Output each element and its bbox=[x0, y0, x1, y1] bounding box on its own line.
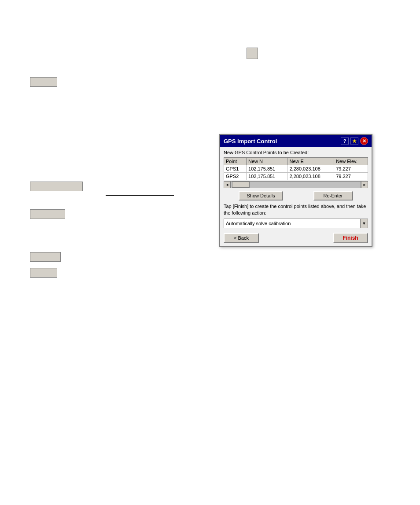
finish-button[interactable]: Finish bbox=[333, 233, 368, 243]
titlebar-icons: ? ★ ✕ bbox=[341, 137, 368, 145]
col-new-n: New N bbox=[247, 158, 287, 165]
cell-point-1: GPS2 bbox=[224, 173, 247, 180]
table-row: GPS1102,175.8512,280,023.10879.227 bbox=[224, 165, 368, 173]
dialog-body: New GPS Control Points to be Created: Po… bbox=[220, 147, 372, 246]
small-square-top bbox=[247, 48, 258, 59]
favorite-icon[interactable]: ★ bbox=[350, 137, 358, 145]
help-icon[interactable]: ? bbox=[341, 137, 349, 145]
dialog-titlebar: GPS Import Control ? ★ ✕ bbox=[220, 135, 372, 147]
underline-decoration bbox=[106, 195, 174, 196]
cell-new_e-0: 2,280,023.108 bbox=[287, 165, 334, 173]
button-small-2[interactable] bbox=[30, 252, 61, 262]
scroll-track[interactable] bbox=[231, 181, 361, 188]
cell-point-0: GPS1 bbox=[224, 165, 247, 173]
back-button[interactable]: < Back bbox=[224, 233, 259, 243]
col-point: Point bbox=[224, 158, 247, 165]
button-small-1[interactable] bbox=[30, 209, 65, 219]
calibration-dropdown[interactable]: Automatically solve calibration Do nothi… bbox=[224, 219, 361, 228]
button-midleft[interactable] bbox=[30, 182, 83, 191]
action-buttons-row: Show Details Re-Enter bbox=[224, 191, 368, 201]
close-icon[interactable]: ✕ bbox=[360, 137, 368, 145]
cell-new_n-1: 102,175.851 bbox=[247, 173, 287, 180]
button-small-3[interactable] bbox=[30, 268, 57, 278]
scroll-thumb[interactable] bbox=[232, 182, 250, 188]
gps-table: Point New N New E New Elev. GPS1102,175.… bbox=[224, 157, 368, 180]
dialog-subtitle: New GPS Control Points to be Created: bbox=[224, 150, 368, 155]
scroll-left-arrow[interactable]: ◄ bbox=[224, 181, 231, 188]
col-new-e: New E bbox=[287, 158, 334, 165]
table-row: GPS2102,175.8512,280,023.10879.227 bbox=[224, 173, 368, 180]
dialog-title: GPS Import Control bbox=[224, 138, 341, 145]
dropdown-row: Automatically solve calibration Do nothi… bbox=[224, 219, 368, 228]
col-new-elev: New Elev. bbox=[334, 158, 368, 165]
button-topleft[interactable] bbox=[30, 77, 57, 87]
bottom-buttons-row: < Back Finish bbox=[224, 231, 368, 243]
cell-new_elev-1: 79.227 bbox=[334, 173, 368, 180]
cell-new_n-0: 102,175.851 bbox=[247, 165, 287, 173]
cell-new_elev-0: 79.227 bbox=[334, 165, 368, 173]
cell-new_e-1: 2,280,023.108 bbox=[287, 173, 334, 180]
info-text: Tap [Finish] to create the control point… bbox=[224, 203, 368, 217]
re-enter-button[interactable]: Re-Enter bbox=[313, 191, 353, 201]
show-details-button[interactable]: Show Details bbox=[239, 191, 283, 201]
dropdown-arrow[interactable]: ▼ bbox=[360, 219, 368, 228]
horizontal-scrollbar[interactable]: ◄ ► bbox=[224, 181, 368, 188]
gps-import-dialog: GPS Import Control ? ★ ✕ New GPS Control… bbox=[219, 134, 372, 247]
scroll-right-arrow[interactable]: ► bbox=[361, 181, 368, 188]
